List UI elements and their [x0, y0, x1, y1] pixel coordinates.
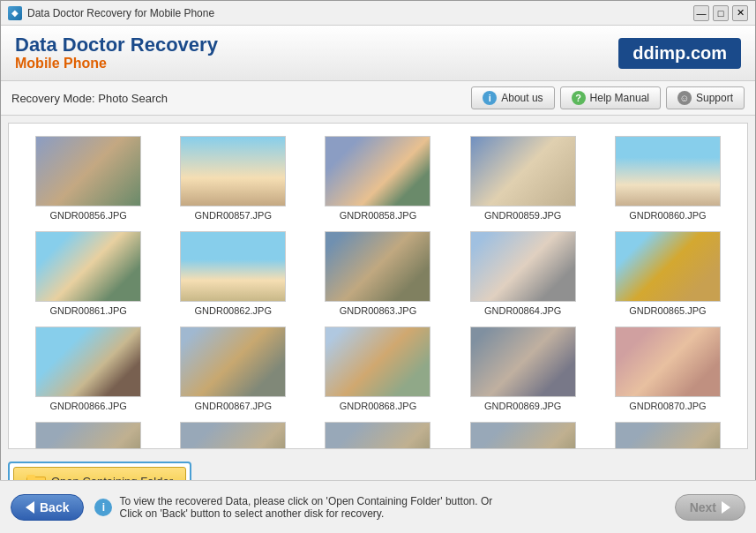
photo-item[interactable]: GNDR00869.JPG	[451, 321, 595, 417]
maximize-button[interactable]: □	[713, 5, 729, 21]
app-icon: ◆	[8, 6, 22, 20]
photo-item[interactable]: GNDR00862.JPG	[161, 226, 305, 321]
photo-thumbnail	[325, 136, 430, 206]
support-icon: ☺	[677, 91, 692, 105]
photo-thumbnail	[35, 422, 141, 448]
info-circle-icon: i	[94, 499, 112, 516]
photo-thumbnail	[470, 422, 576, 448]
help-icon: ?	[572, 91, 586, 105]
titlebar: ◆ Data Doctor Recovery for Mobile Phone …	[1, 1, 755, 26]
photo-item[interactable]: GNDR00859.JPG	[451, 131, 595, 226]
photo-label: GNDR00867.JPG	[195, 401, 272, 411]
photo-label: GNDR00865.JPG	[629, 305, 706, 316]
photo-thumbnail	[180, 231, 286, 302]
photo-item[interactable]: GNDR00868.JPG	[305, 321, 450, 417]
help-manual-button[interactable]: ? Help Manual	[560, 86, 661, 109]
help-manual-label: Help Manual	[590, 92, 649, 104]
photo-label: GNDR00856.JPG	[49, 210, 126, 221]
photo-item[interactable]: GNDR00864.JPG	[451, 226, 595, 321]
photo-label: GNDR00858.JPG	[340, 210, 416, 221]
info-message: i To view the recovered Data, please cli…	[94, 495, 663, 520]
photo-item[interactable]: GNDR00866.JPG	[16, 321, 161, 417]
photo-item[interactable]: GNDR00875.JPG	[595, 417, 740, 448]
photo-grid: GNDR00856.JPGGNDR00857.JPGGNDR00858.JPGG…	[9, 124, 747, 448]
photo-item[interactable]: GNDR00874.JPG	[451, 417, 595, 448]
app-brand: ddimp.com	[618, 38, 741, 69]
photo-item[interactable]: GNDR00873.JPG	[305, 417, 450, 448]
titlebar-left: ◆ Data Doctor Recovery for Mobile Phone	[8, 6, 214, 20]
app-title-line2: Mobile Phone	[15, 56, 218, 71]
photo-thumbnail	[180, 327, 286, 397]
toolbar-buttons: i About us ? Help Manual ☺ Support	[471, 86, 745, 109]
photo-item[interactable]: GNDR00865.JPG	[595, 226, 740, 321]
toolbar: Recovery Mode: Photo Search i About us ?…	[1, 81, 755, 116]
photo-item[interactable]: GNDR00870.JPG	[595, 321, 740, 417]
photo-thumbnail	[35, 327, 141, 397]
minimize-button[interactable]: —	[693, 5, 709, 21]
photo-item[interactable]: GNDR00867.JPG	[161, 321, 305, 417]
photo-thumbnail	[325, 327, 430, 397]
photo-label: GNDR00860.JPG	[629, 210, 706, 221]
back-button[interactable]: Back	[11, 494, 84, 521]
photo-thumbnail	[180, 136, 286, 206]
photo-thumbnail	[615, 136, 721, 206]
photo-item[interactable]: GNDR00861.JPG	[16, 226, 161, 321]
bottom-bar: Back i To view the recovered Data, pleas…	[0, 480, 756, 533]
photo-item[interactable]: GNDR00856.JPG	[16, 131, 161, 226]
photo-label: GNDR00857.JPG	[195, 210, 272, 221]
photo-label: GNDR00870.JPG	[629, 401, 706, 411]
photo-thumbnail	[35, 231, 141, 302]
photo-item[interactable]: GNDR00871.JPG	[16, 417, 161, 448]
photo-item[interactable]: GNDR00858.JPG	[305, 131, 450, 226]
next-button: Next	[675, 494, 745, 521]
main-content: GNDR00856.JPGGNDR00857.JPGGNDR00858.JPGG…	[8, 123, 748, 449]
photo-label: GNDR00861.JPG	[49, 305, 126, 316]
photo-thumbnail	[615, 231, 721, 302]
support-label: Support	[696, 92, 733, 104]
photo-label: GNDR00862.JPG	[195, 305, 272, 316]
photo-thumbnail	[470, 136, 576, 206]
info-line1: To view the recovered Data, please click…	[119, 495, 492, 507]
photo-thumbnail	[615, 327, 721, 397]
photo-item[interactable]: GNDR00863.JPG	[305, 226, 450, 321]
photo-thumbnail	[325, 231, 430, 302]
next-arrow-icon	[722, 501, 730, 514]
photo-item[interactable]: GNDR00857.JPG	[161, 131, 305, 226]
photo-label: GNDR00864.JPG	[484, 305, 561, 316]
support-button[interactable]: ☺ Support	[666, 86, 745, 109]
titlebar-controls: — □ ✕	[693, 5, 748, 21]
info-icon: i	[483, 91, 497, 105]
close-button[interactable]: ✕	[732, 5, 748, 21]
photo-thumbnail	[35, 136, 141, 206]
about-us-label: About us	[501, 92, 543, 104]
photo-thumbnail	[180, 422, 286, 448]
back-arrow-icon	[26, 501, 34, 514]
photo-label: GNDR00868.JPG	[340, 401, 416, 411]
titlebar-title: Data Doctor Recovery for Mobile Phone	[27, 7, 214, 19]
photo-label: GNDR00866.JPG	[49, 401, 126, 411]
photo-thumbnail	[470, 327, 576, 397]
info-line2: Click on 'Back' button to select another…	[119, 507, 492, 520]
photo-label: GNDR00859.JPG	[484, 210, 561, 221]
photo-thumbnail	[615, 422, 721, 448]
next-label: Next	[690, 500, 716, 514]
photo-item[interactable]: GNDR00860.JPG	[595, 131, 740, 226]
photo-label: GNDR00863.JPG	[340, 305, 416, 316]
recovery-mode-label: Recovery Mode: Photo Search	[11, 92, 168, 105]
photo-thumbnail	[325, 422, 430, 448]
about-us-button[interactable]: i About us	[471, 86, 554, 109]
photo-item[interactable]: GNDR00872.JPG	[161, 417, 305, 448]
info-text: To view the recovered Data, please click…	[119, 495, 492, 520]
back-label: Back	[40, 500, 69, 514]
app-header: Data Doctor Recovery Mobile Phone ddimp.…	[1, 26, 755, 81]
photo-thumbnail	[470, 231, 576, 302]
photo-label: GNDR00869.JPG	[484, 401, 561, 411]
app-title-line1: Data Doctor Recovery	[15, 34, 218, 56]
app-logo: Data Doctor Recovery Mobile Phone	[15, 34, 218, 71]
